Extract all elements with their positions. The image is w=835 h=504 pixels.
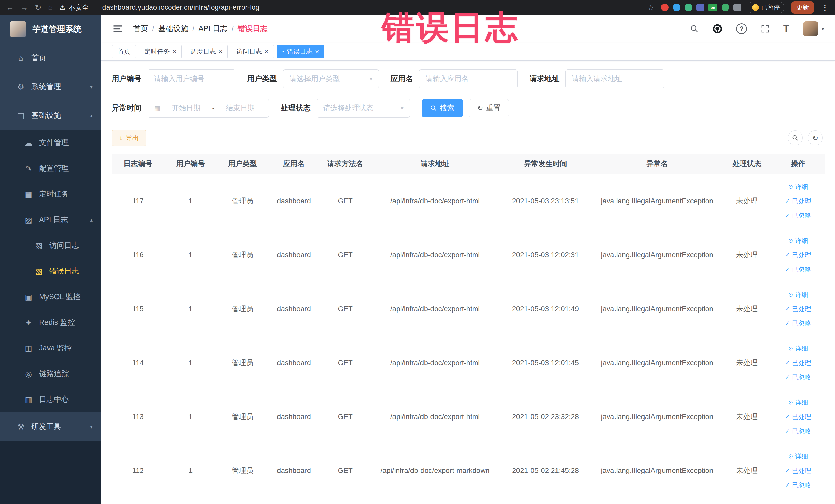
sidebar-item-api-logs[interactable]: ▨ API 日志 ▴ xyxy=(0,207,101,233)
ignored-link[interactable]: ✓已忽略 xyxy=(774,424,822,438)
detail-link[interactable]: ⊙详细 xyxy=(774,180,822,194)
sidebar-item-file-mgmt[interactable]: ☁ 文件管理 xyxy=(0,130,101,156)
reload-icon[interactable]: ↻ xyxy=(35,3,41,12)
tab-scheduled-jobs[interactable]: 定时任务 × xyxy=(139,45,182,58)
sidebar-item-config-mgmt[interactable]: ✎ 配置管理 xyxy=(0,156,101,181)
cell-request-url: /api/infra/db-doc/export-html xyxy=(371,282,499,336)
extension-icon[interactable] xyxy=(661,4,669,11)
sidebar-item-scheduled-jobs[interactable]: ▦ 定时任务 xyxy=(0,181,101,207)
breadcrumb-api-logs[interactable]: API 日志 xyxy=(199,24,227,34)
collapse-sidebar-button[interactable] xyxy=(112,23,123,35)
forward-icon[interactable]: → xyxy=(21,3,28,12)
processed-link[interactable]: ✓已处理 xyxy=(774,409,822,424)
extension-icon[interactable] xyxy=(685,4,692,11)
sidebar-menu: ⌂ 首页 ⚙ 系统管理 ▾ ▤ 基础设施 ▴ ☁ 文件管理 ✎ 配置管 xyxy=(0,44,101,441)
sidebar-item-label: Redis 监控 xyxy=(39,317,75,328)
cell-request-url: /api/infra/db-doc/export-html xyxy=(371,228,499,282)
breadcrumb-home[interactable]: 首页 xyxy=(133,24,148,34)
col-exception-name: 异常名 xyxy=(592,154,722,174)
ignored-link[interactable]: ✓已忽略 xyxy=(774,262,822,277)
exception-time-range[interactable]: ▦ 开始日期 - 结束日期 xyxy=(148,99,269,118)
sidebar-item-access-log[interactable]: ▧ 访问日志 xyxy=(0,233,101,258)
app-logo[interactable]: 芋道管理系统 xyxy=(0,15,101,44)
processed-link[interactable]: ✓已处理 xyxy=(774,356,822,370)
table-row: 115 1 管理员 dashboard GET /api/infra/db-do… xyxy=(111,282,825,336)
ignored-link[interactable]: ✓已忽略 xyxy=(774,370,822,384)
site-security[interactable]: ⚠ 不安全 xyxy=(59,3,88,12)
warning-icon: ⚠ xyxy=(59,3,65,12)
address-bar[interactable]: dashboard.yudao.iocoder.cn/infra/log/api… xyxy=(102,4,259,12)
sidebar-item-infrastructure[interactable]: ▤ 基础设施 ▴ xyxy=(0,101,101,130)
extension-icon[interactable] xyxy=(721,4,729,11)
request-url-input[interactable] xyxy=(566,69,664,88)
user-type-select[interactable]: 请选择用户类型 ▾ xyxy=(283,69,379,88)
avatar[interactable] xyxy=(803,21,818,36)
sidebar-item-mysql-monitor[interactable]: ▣ MySQL 监控 xyxy=(0,284,101,310)
processed-link[interactable]: ✓已处理 xyxy=(774,248,822,262)
sidebar-item-label: Java 监控 xyxy=(39,343,72,353)
extension-icon[interactable] xyxy=(733,4,741,11)
close-icon[interactable]: × xyxy=(315,48,319,55)
sidebar-item-system-mgmt[interactable]: ⚙ 系统管理 ▾ xyxy=(0,73,101,101)
sidebar-item-java-monitor[interactable]: ◫ Java 监控 xyxy=(0,335,101,361)
cell-user-type: 管理员 xyxy=(217,228,268,282)
op-label: 详细 xyxy=(795,287,808,302)
home-icon[interactable]: ⌂ xyxy=(48,3,53,12)
tab-access-log[interactable]: 访问日志 × xyxy=(231,45,273,58)
app-name-input[interactable] xyxy=(419,69,518,88)
browser-menu-icon[interactable]: ⋮ xyxy=(821,3,829,12)
close-icon[interactable]: × xyxy=(172,48,176,55)
detail-link[interactable]: ⊙详细 xyxy=(774,341,822,356)
detail-link[interactable]: ⊙详细 xyxy=(774,395,822,409)
ignored-link[interactable]: ✓已忽略 xyxy=(774,316,822,330)
sidebar-item-log-center[interactable]: ▥ 日志中心 xyxy=(0,387,101,412)
process-status-select[interactable]: 请选择处理状态 ▾ xyxy=(317,99,410,118)
breadcrumb-infrastructure[interactable]: 基础设施 xyxy=(158,24,188,34)
sidebar-item-tracing[interactable]: ◎ 链路追踪 xyxy=(0,361,101,387)
sidebar-item-home[interactable]: ⌂ 首页 xyxy=(0,44,101,73)
extension-icon[interactable]: on xyxy=(708,4,717,11)
tab-home[interactable]: 首页 xyxy=(112,45,136,58)
detail-link[interactable]: ⊙详细 xyxy=(774,287,822,302)
reset-button[interactable]: ↻ 重置 xyxy=(469,99,509,117)
github-icon[interactable] xyxy=(713,24,722,34)
processed-link[interactable]: ✓已处理 xyxy=(774,194,822,208)
fullscreen-icon[interactable] xyxy=(761,24,770,33)
tab-error-log[interactable]: ● 错误日志 × xyxy=(277,45,324,58)
processed-link[interactable]: ✓已处理 xyxy=(774,463,822,478)
search-button[interactable]: 搜索 xyxy=(422,99,463,117)
detail-link[interactable]: ⊙详细 xyxy=(774,449,822,463)
op-label: 已处理 xyxy=(792,302,811,316)
sidebar-item-error-log[interactable]: ▧ 错误日志 xyxy=(0,258,101,284)
extension-paused-badge[interactable]: 已暂停 xyxy=(748,2,784,13)
sidebar-item-redis-monitor[interactable]: ✦ Redis 监控 xyxy=(0,310,101,335)
export-button[interactable]: ↓ 导出 xyxy=(111,130,146,146)
tab-schedule-log[interactable]: 调度日志 × xyxy=(185,45,228,58)
ignored-link[interactable]: ✓已忽略 xyxy=(774,208,822,223)
check-icon: ✓ xyxy=(785,478,790,492)
ignored-link[interactable]: ✓已忽略 xyxy=(774,478,822,492)
close-icon[interactable]: × xyxy=(264,48,268,55)
table-header-row: 日志编号 用户编号 用户类型 应用名 请求方法名 请求地址 异常发生时间 异常名… xyxy=(111,154,825,174)
refresh-table-button[interactable]: ↻ xyxy=(808,130,823,145)
chevron-down-icon[interactable]: ▾ xyxy=(822,26,824,32)
page-header: 首页 / 基础设施 / API 日志 / 错误日志 ? T ▾ xyxy=(101,15,835,43)
cell-exception-name: java.lang.IllegalArgumentException xyxy=(592,174,722,228)
detail-link[interactable]: ⊙详细 xyxy=(774,234,822,248)
browser-update-button[interactable]: 更新 xyxy=(791,1,814,14)
sidebar-item-label: 文件管理 xyxy=(39,138,69,148)
sidebar-item-dev-tools[interactable]: ⚒ 研发工具 ▾ xyxy=(0,412,101,441)
close-icon[interactable]: × xyxy=(219,48,222,55)
extension-icon[interactable] xyxy=(673,4,680,11)
processed-link[interactable]: ✓已处理 xyxy=(774,302,822,316)
toggle-search-button[interactable] xyxy=(788,130,803,145)
cell-app-name: dashboard xyxy=(268,444,320,498)
java-icon: ◫ xyxy=(23,344,34,353)
back-icon[interactable]: ← xyxy=(6,3,14,12)
help-icon[interactable]: ? xyxy=(736,23,747,34)
search-icon[interactable] xyxy=(690,24,699,33)
bookmark-star-icon[interactable]: ☆ xyxy=(647,3,654,12)
extension-icon[interactable] xyxy=(696,4,704,11)
font-size-icon[interactable]: T xyxy=(783,23,789,35)
user-id-input[interactable] xyxy=(148,69,236,88)
